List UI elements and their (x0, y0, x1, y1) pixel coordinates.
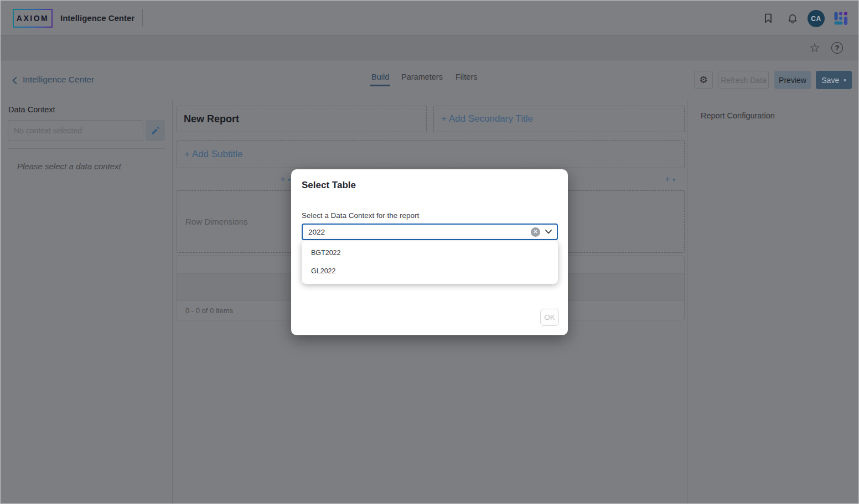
data-context-input[interactable] (8, 120, 143, 141)
combobox-option-list: BGT2022 GL2022 (302, 241, 558, 284)
save-button[interactable]: Save ▾ (816, 71, 852, 89)
app-title: Intelligence Center (60, 1, 134, 35)
pager-items-count: 0 - 0 of 0 items (185, 306, 233, 315)
ok-button: OK (540, 309, 559, 326)
add-subtitle-link: + Add Subtitle (177, 149, 242, 160)
data-context-combobox[interactable]: ✕ (302, 224, 558, 240)
data-context-combobox-input[interactable] (303, 225, 531, 239)
plus-icon: + (280, 174, 286, 185)
clear-icon[interactable]: ✕ (531, 227, 540, 237)
modal-title: Select Table (302, 180, 356, 191)
sidebar-section-divider (8, 148, 165, 149)
option-gl2022[interactable]: GL2022 (302, 262, 558, 280)
refresh-data-button: Refresh Data (718, 71, 769, 89)
tab-build[interactable]: Build (371, 72, 389, 81)
data-context-hint: Please select a data context (17, 162, 121, 171)
secondary-bar: ☆ ? (1, 35, 858, 60)
report-title: New Report (177, 113, 239, 125)
caret-down-icon: ▾ (288, 176, 291, 183)
preview-button[interactable]: Preview (774, 71, 811, 89)
app-window: AXIOM Intelligence Center CA (0, 0, 859, 504)
add-column-control-right[interactable]: + ▾ (665, 174, 675, 185)
edit-context-button[interactable] (146, 120, 165, 141)
apps-grid-icon[interactable] (832, 10, 849, 27)
select-table-modal: Select Table Select a Data Context for t… (291, 169, 568, 335)
axiom-logo-text: AXIOM (17, 14, 49, 23)
help-icon[interactable]: ? (831, 42, 843, 54)
topbar-divider (142, 9, 143, 27)
pencil-icon (151, 126, 160, 136)
save-caret-down-icon: ▾ (844, 77, 846, 83)
sidebar-divider (172, 100, 173, 504)
user-avatar[interactable]: CA (808, 10, 825, 27)
top-bar: AXIOM Intelligence Center CA (1, 1, 858, 35)
tab-filters[interactable]: Filters (456, 72, 477, 81)
chevron-down-icon[interactable] (545, 230, 552, 234)
data-context-field-label: Select a Data Context for the report (302, 211, 419, 220)
right-panel-divider (687, 100, 687, 504)
settings-gear-button[interactable]: ⚙ (694, 71, 713, 89)
row-dimensions-label: Row Dimensions (177, 217, 248, 226)
back-link[interactable]: Intelligence Center (23, 75, 94, 85)
add-secondary-title-link: + Add Secondary Title (434, 113, 533, 124)
report-configuration-title: Report Configuration (701, 111, 775, 120)
plus-icon: + (665, 174, 670, 185)
add-subtitle-box[interactable]: + Add Subtitle (177, 140, 685, 168)
add-secondary-title-box[interactable]: + Add Secondary Title (433, 106, 685, 132)
gear-icon: ⚙ (699, 74, 707, 86)
save-button-label: Save (821, 76, 839, 85)
favorite-star-icon[interactable]: ☆ (809, 42, 821, 54)
active-tab-underline (370, 85, 390, 86)
avatar-initials: CA (811, 15, 821, 23)
option-bgt2022[interactable]: BGT2022 (302, 244, 558, 262)
axiom-logo: AXIOM (13, 9, 53, 28)
data-context-title: Data Context (8, 105, 55, 114)
report-title-box[interactable]: New Report (177, 106, 427, 132)
caret-down-icon: ▾ (672, 176, 675, 183)
add-column-control-left[interactable]: + ▾ (280, 174, 291, 185)
bookmark-icon[interactable] (763, 13, 774, 24)
tab-parameters[interactable]: Parameters (401, 72, 443, 81)
notifications-bell-icon[interactable] (787, 13, 798, 24)
back-chevron-icon[interactable] (11, 76, 20, 85)
